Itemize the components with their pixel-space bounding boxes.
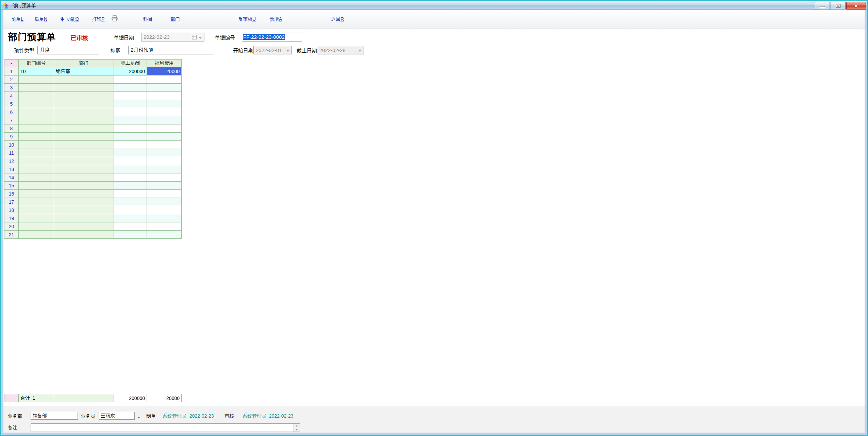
cell-dept[interactable] [54, 157, 114, 165]
cell-dept[interactable] [54, 190, 114, 198]
print-button[interactable]: 打印P [92, 16, 104, 22]
cell-welfare[interactable] [147, 92, 182, 100]
cell-salary[interactable] [114, 92, 147, 100]
cell-dept-code[interactable] [19, 206, 54, 214]
row-number[interactable]: 17 [4, 198, 19, 206]
spin-down-icon[interactable]: ▼ [294, 428, 300, 432]
cell-dept[interactable] [54, 116, 114, 124]
row-number[interactable]: 13 [4, 165, 19, 173]
cell-welfare[interactable] [147, 141, 182, 149]
cell-salary[interactable] [114, 182, 147, 190]
cell-welfare[interactable] [147, 84, 182, 92]
minimize-button[interactable] [815, 2, 830, 10]
cell-salary[interactable] [114, 141, 147, 149]
row-number[interactable]: 18 [4, 206, 19, 214]
cell-dept[interactable] [54, 182, 114, 190]
cell-welfare[interactable] [147, 108, 182, 116]
cell-salary[interactable] [114, 100, 147, 108]
remark-input[interactable] [31, 424, 293, 432]
cell-dept[interactable] [54, 206, 114, 214]
cell-salary[interactable]: 200000 [114, 67, 147, 76]
row-number[interactable]: 21 [4, 231, 19, 239]
cell-welfare[interactable] [147, 116, 182, 124]
row-number[interactable]: 14 [4, 173, 19, 182]
row-number[interactable]: 16 [4, 190, 19, 198]
cell-dept[interactable] [54, 84, 114, 92]
row-number[interactable]: 3 [4, 84, 19, 92]
close-button[interactable]: ✕ [846, 2, 866, 10]
cell-dept[interactable] [54, 124, 114, 133]
cell-dept-code[interactable]: 10 [19, 67, 54, 76]
end-date-picker[interactable]: 2022-02-28 [317, 46, 364, 54]
cell-dept[interactable] [54, 173, 114, 182]
prev-doc-button[interactable]: 前单L [11, 16, 23, 22]
cell-welfare[interactable] [147, 133, 182, 141]
cell-welfare-selected[interactable]: 20000 [147, 67, 182, 76]
cell-salary[interactable] [114, 165, 147, 173]
cell-dept-code[interactable] [19, 100, 54, 108]
next-doc-button[interactable]: 后单N [34, 16, 47, 22]
cell-dept-code[interactable] [19, 214, 54, 222]
col-header-4[interactable]: 福利费用 [147, 60, 182, 67]
start-date-picker[interactable]: 2022-02-01 [253, 46, 292, 54]
cell-salary[interactable] [114, 133, 147, 141]
clerk-input[interactable] [99, 412, 135, 420]
row-number[interactable]: 5 [4, 100, 19, 108]
title-input[interactable] [128, 46, 214, 54]
cell-dept-code[interactable] [19, 124, 54, 133]
cell-dept-code[interactable] [19, 76, 54, 84]
cell-dept-code[interactable] [19, 149, 54, 157]
cell-welfare[interactable] [147, 198, 182, 206]
row-number[interactable]: 11 [4, 149, 19, 157]
cell-dept[interactable] [54, 214, 114, 222]
cell-salary[interactable] [114, 116, 147, 124]
cell-dept[interactable] [54, 198, 114, 206]
department-button[interactable]: 部门 [170, 16, 180, 22]
cell-dept[interactable] [54, 141, 114, 149]
cell-welfare[interactable] [147, 124, 182, 133]
cell-welfare[interactable] [147, 165, 182, 173]
cell-welfare[interactable] [147, 222, 182, 231]
spin-up-icon[interactable]: ▲ [294, 424, 300, 428]
cell-dept-code[interactable] [19, 173, 54, 182]
cell-dept-code[interactable] [19, 157, 54, 165]
cell-dept-code[interactable] [19, 133, 54, 141]
cell-salary[interactable] [114, 206, 147, 214]
cell-salary[interactable] [114, 198, 147, 206]
row-number[interactable]: 15 [4, 182, 19, 190]
row-number[interactable]: 1 [4, 67, 19, 76]
col-header-3[interactable]: 职工薪酬 [114, 60, 147, 67]
cell-dept-code[interactable] [19, 141, 54, 149]
cell-welfare[interactable] [147, 190, 182, 198]
cell-dept-code[interactable] [19, 222, 54, 231]
cell-dept[interactable] [54, 92, 114, 100]
row-number[interactable]: 12 [4, 157, 19, 165]
col-header-1[interactable]: 部门编号 [19, 60, 54, 67]
cell-dept[interactable] [54, 100, 114, 108]
col-header-2[interactable]: 部门 [54, 60, 114, 67]
cell-dept[interactable] [54, 133, 114, 141]
row-number[interactable]: 4 [4, 92, 19, 100]
row-number[interactable]: 6 [4, 108, 19, 116]
cell-dept[interactable] [54, 108, 114, 116]
cell-dept[interactable] [54, 76, 114, 84]
biz-dept-input[interactable] [31, 412, 78, 420]
cell-dept[interactable] [54, 149, 114, 157]
cell-welfare[interactable] [147, 100, 182, 108]
return-button[interactable]: 返回R [331, 16, 344, 22]
row-number[interactable]: 2 [4, 76, 19, 84]
cell-dept[interactable] [54, 165, 114, 173]
cell-salary[interactable] [114, 84, 147, 92]
new-button[interactable]: 新增A [269, 16, 282, 22]
browse-dots[interactable]: .. [138, 413, 140, 419]
cell-welfare[interactable] [147, 157, 182, 165]
cell-salary[interactable] [114, 222, 147, 231]
remark-spinner[interactable]: ▲ ▼ [294, 424, 300, 432]
cell-salary[interactable] [114, 149, 147, 157]
cell-salary[interactable] [114, 76, 147, 84]
cell-salary[interactable] [114, 190, 147, 198]
cell-salary[interactable] [114, 124, 147, 133]
budget-type-input[interactable] [37, 46, 99, 54]
cell-dept-code[interactable] [19, 92, 54, 100]
cell-welfare[interactable] [147, 76, 182, 84]
